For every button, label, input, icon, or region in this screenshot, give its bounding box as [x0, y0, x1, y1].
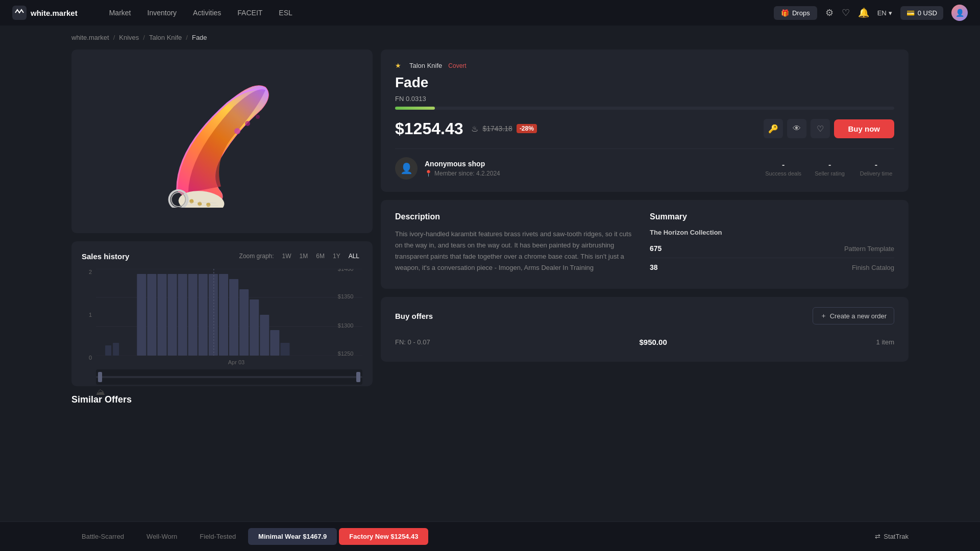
knife-image	[135, 75, 309, 208]
stat-delivery-time: - Delivery time	[858, 160, 894, 177]
logo-text: white.market	[31, 9, 78, 17]
seller-avatar: 👤	[395, 157, 418, 180]
rarity-tag: Covert	[448, 62, 466, 69]
weapon-name: Talon Knife	[409, 62, 442, 69]
chevron-down-icon: ▾	[889, 9, 892, 17]
avatar[interactable]: 👤	[951, 5, 968, 21]
stattrak-label: StatTrak	[884, 533, 909, 540]
wallet-icon: 💳	[906, 9, 915, 17]
breadcrumb-home[interactable]: white.market	[71, 34, 109, 41]
zoom-1w[interactable]: 1W	[279, 252, 295, 261]
preview-button[interactable]: 👁	[787, 119, 806, 138]
zoom-all[interactable]: ALL	[346, 252, 362, 261]
buy-button[interactable]: Buy now	[834, 119, 895, 138]
offer-row: FN: 0 - 0.07 $950.00 1 item	[395, 333, 894, 352]
chart-area: 2 1 0 $1400 $1350 $1300	[82, 269, 362, 376]
svg-rect-35	[270, 330, 279, 356]
location-icon: 📍	[425, 170, 432, 177]
svg-rect-28	[199, 274, 208, 356]
summary-divider	[650, 258, 894, 258]
zoom-label: Zoom graph:	[239, 253, 274, 260]
seller-avatar-icon: 👤	[400, 162, 413, 174]
breadcrumb-knives[interactable]: Knives	[119, 34, 139, 41]
settings-button[interactable]: ⚙	[825, 7, 834, 18]
tab-battle-scarred[interactable]: Battle-Scarred	[71, 528, 134, 545]
language-button[interactable]: EN ▾	[877, 9, 892, 17]
zoom-1m[interactable]: 1M	[297, 252, 311, 261]
create-order-button[interactable]: ＋ Create a new order	[813, 307, 894, 324]
zoom-controls: Zoom graph: 1W 1M 6M 1Y ALL	[239, 252, 362, 261]
svg-rect-25	[168, 274, 177, 356]
buy-offers-card: Buy offers ＋ Create a new order FN: 0 - …	[381, 297, 909, 362]
tab-minimal-wear[interactable]: Minimal Wear $1467.9	[248, 528, 337, 545]
current-price: $1254.43	[395, 119, 463, 138]
range-handle-left[interactable]	[98, 372, 102, 382]
finish-value: 38	[650, 263, 658, 271]
stat-seller-rating: - Seller rating	[812, 160, 848, 177]
zoom-1y[interactable]: 1Y	[330, 252, 344, 261]
original-price: $1743.18	[482, 124, 512, 133]
inspect-button[interactable]: 🔑	[764, 119, 783, 138]
chart-y-labels: 2 1 0	[82, 269, 92, 361]
finish-label: Finish Catalog	[852, 264, 894, 271]
summary-section: Summary The Horizon Collection 675 Patte…	[650, 212, 894, 277]
breadcrumb-sep-1: /	[113, 34, 115, 41]
y-label-0: 0	[82, 355, 92, 361]
summary-finish-row: 38 Finish Catalog	[650, 263, 894, 271]
original-price-area: ♨ $1743.18 -28%	[471, 124, 536, 134]
header-right: 🎁 Drops ⚙ ♡ 🔔 EN ▾ 💳 0 USD 👤	[774, 5, 968, 21]
breadcrumb-sep-3: /	[186, 34, 188, 41]
nav-activities[interactable]: Activities	[186, 6, 228, 20]
svg-rect-36	[280, 343, 289, 356]
tab-field-tested[interactable]: Field-Tested	[189, 528, 246, 545]
offer-count: 1 item	[876, 338, 894, 346]
svg-rect-27	[188, 274, 198, 356]
svg-point-9	[234, 128, 240, 134]
wishlist-button[interactable]: ♡	[811, 119, 830, 138]
notifications-button[interactable]: 🔔	[858, 7, 869, 18]
svg-rect-29	[209, 274, 218, 356]
svg-rect-22	[137, 274, 146, 356]
breadcrumb-sep-2: /	[143, 34, 145, 41]
bottom-tabs: Battle-Scarred Well-Worn Field-Tested Mi…	[0, 521, 980, 551]
tab-factory-new[interactable]: Factory New $1254.43	[339, 528, 428, 545]
svg-rect-32	[239, 289, 249, 356]
stattrak-toggle[interactable]: ⇄ StatTrak	[875, 533, 909, 540]
drops-button[interactable]: 🎁 Drops	[774, 6, 817, 20]
balance-button[interactable]: 💳 0 USD	[900, 6, 943, 20]
pattern-value: 675	[650, 244, 662, 253]
range-handle-right[interactable]	[356, 372, 360, 382]
range-slider[interactable]	[96, 369, 362, 385]
tab-well-worn[interactable]: Well-Worn	[136, 528, 187, 545]
nav-inventory[interactable]: Inventory	[140, 6, 184, 20]
action-icons: 🔑 👁 ♡ Buy now	[764, 119, 895, 138]
nav-market[interactable]: Market	[102, 6, 138, 20]
seller-name: Anonymous shop	[425, 160, 758, 168]
sales-history-title: Sales history	[82, 252, 129, 261]
pattern-label: Pattern Template	[844, 245, 894, 253]
price-row: $1254.43 ♨ $1743.18 -28% 🔑 👁 ♡ Buy now	[395, 119, 894, 138]
nav-faceit[interactable]: FACEIT	[230, 6, 270, 20]
main-content: Sales history Zoom graph: 1W 1M 6M 1Y AL…	[0, 49, 980, 386]
svg-point-11	[256, 115, 260, 119]
logo[interactable]: white.market	[12, 6, 78, 20]
svg-text:$1350: $1350	[338, 293, 354, 299]
favorites-button[interactable]: ♡	[842, 7, 850, 18]
right-panel: ★ Talon Knife Covert Fade FN 0.0313 $125…	[381, 49, 909, 386]
sales-chart-svg: $1400 $1350 $1300 $1250	[96, 269, 362, 356]
drops-icon: 🎁	[781, 9, 789, 17]
product-card: ★ Talon Knife Covert Fade FN 0.0313 $125…	[381, 49, 909, 192]
seller-stats: - Success deals - Seller rating - Delive…	[765, 160, 894, 177]
summary-collection: The Horizon Collection	[650, 229, 894, 236]
discount-badge: -28%	[517, 124, 537, 133]
breadcrumb-talon-knife[interactable]: Talon Knife	[149, 34, 182, 41]
description-title: Description	[395, 212, 640, 221]
main-nav: Market Inventory Activities FACEIT ESL	[102, 6, 300, 20]
seller-row: 👤 Anonymous shop 📍 Member since: 4.2.202…	[395, 148, 894, 180]
chart-type-icon: ⛰	[96, 387, 362, 397]
product-tags: ★ Talon Knife Covert	[395, 62, 894, 69]
sales-history-card: Sales history Zoom graph: 1W 1M 6M 1Y AL…	[71, 241, 373, 386]
zoom-6m[interactable]: 6M	[313, 252, 328, 261]
description-text: This ivory-handled karambit features bra…	[395, 229, 640, 273]
nav-esl[interactable]: ESL	[272, 6, 299, 20]
